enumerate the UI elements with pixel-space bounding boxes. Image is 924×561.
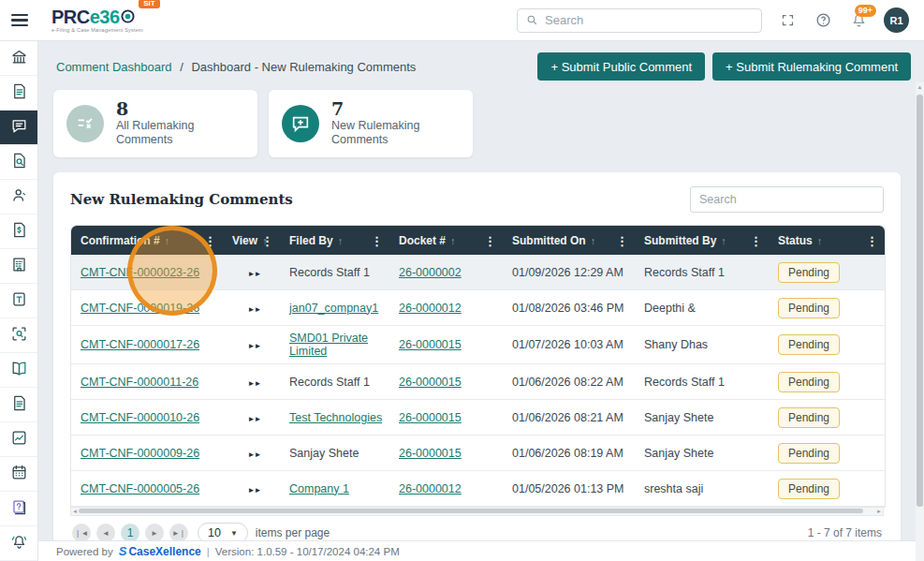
confirmation-link[interactable]: CMT-CNF-0000011-26 [81,376,198,389]
column-header-filed-by[interactable]: Filed By↑⋮ [280,226,389,255]
view-arrows-icon[interactable]: ►► [248,270,261,278]
sort-asc-icon[interactable]: ↑ [817,235,823,246]
column-menu-icon[interactable]: ⋮ [204,233,216,247]
docket-link[interactable]: 26-0000012 [399,482,462,495]
column-menu-icon[interactable]: ⋮ [750,233,762,247]
column-header-submitted-on[interactable]: Submitted On↑⋮ [503,226,635,255]
sort-asc-icon[interactable]: ↑ [591,235,596,246]
first-page-button[interactable]: ❘◄ [72,524,91,540]
sort-asc-icon[interactable]: ↑ [721,235,726,246]
sidebar-item-scan-search[interactable] [0,318,37,353]
sort-asc-icon[interactable]: ↑ [338,235,344,246]
sidebar-item-task-document[interactable] [0,284,37,318]
sidebar-item-help-book[interactable] [0,492,37,526]
global-search-input[interactable] [545,13,753,27]
status-badge: Pending [778,443,840,464]
confirmation-cell: CMT-CNF-0000019-26 [71,290,223,326]
view-arrows-icon[interactable]: ►► [248,450,261,459]
view-arrows-icon[interactable]: ►► [248,379,261,388]
sidebar-item-chart[interactable] [0,422,37,457]
submitted-by-cell: Sanjay Shete [635,400,769,436]
vertical-scroll-thumb[interactable] [917,95,923,507]
confirmation-link[interactable]: CMT-CNF-0000019-26 [81,302,199,315]
confirmation-link[interactable]: CMT-CNF-0000017-26 [81,338,199,351]
page-size-dropdown[interactable]: 10 ▼ [198,523,248,540]
hamburger-menu-icon[interactable] [0,14,38,27]
sidebar-item-bell[interactable] [0,526,37,561]
docket-link[interactable]: 26-0000015 [399,447,462,460]
column-menu-icon[interactable]: ⋮ [261,233,273,247]
column-header-confirmation[interactable]: Confirmation #↑⋮ [71,226,223,255]
notification-count-badge: 99+ [855,5,876,17]
filed-by-link[interactable]: Company 1 [289,482,349,495]
stat-card-all-rulemaking[interactable]: 8 All Rulemaking Comments [53,90,257,157]
status-badge: Pending [778,372,840,392]
sidebar-item-book[interactable] [0,353,37,388]
stat-card-new-rulemaking[interactable]: 7 New Rulemaking Comments [269,90,473,157]
column-header-status[interactable]: Status↑⋮ [769,226,885,255]
top-header: PRCe36 e-Filing & Case Management System… [0,0,924,41]
next-page-button[interactable]: ► [145,524,164,540]
view-arrows-icon[interactable]: ►► [248,305,261,314]
horizontal-scroll-thumb[interactable] [79,509,863,513]
view-arrows-icon[interactable]: ►► [248,342,261,350]
sort-asc-icon[interactable]: ↑ [165,235,170,246]
column-header-view[interactable]: View↑⋮ [223,226,280,255]
fullscreen-icon[interactable] [777,10,798,31]
casexellence-brand[interactable]: SCaseXellence [119,544,201,558]
horizontal-scrollbar[interactable]: ◄ ► [70,508,884,516]
page-1-button[interactable]: 1 [121,524,139,540]
submitted-on-cell: 01/07/2026 10:03 AM [503,326,635,364]
confirmation-link[interactable]: CMT-CNF-0000010-26 [81,411,199,424]
docket-cell: 26-0000015 [389,436,503,471]
sidebar-item-file[interactable] [0,388,37,422]
submit-public-comment-button[interactable]: + Submit Public Comment [537,52,705,81]
vertical-scrollbar[interactable]: ▲ [916,82,924,561]
confirmation-link[interactable]: CMT-CNF-0000005-26 [81,482,199,495]
column-menu-icon[interactable]: ⋮ [866,233,878,247]
view-arrows-icon[interactable]: ►► [248,415,261,423]
filed-by-link[interactable]: Test Technologies [289,411,382,424]
column-menu-icon[interactable]: ⋮ [484,233,496,247]
previous-page-button[interactable]: ◄ [96,524,115,540]
scroll-right-icon[interactable]: ► [876,508,882,515]
docket-link[interactable]: 26-0000002 [399,266,462,279]
scroll-left-icon[interactable]: ◄ [72,508,78,515]
sidebar-item-calendar[interactable] [0,457,37,492]
filed-by-link[interactable]: jan07_compnay1 [289,302,378,315]
table-search-input[interactable] [690,186,884,213]
docket-link[interactable]: 26-0000015 [399,338,462,351]
help-icon[interactable] [813,10,833,31]
panel-title: New Rulemaking Comments [70,191,293,208]
column-header-docket[interactable]: Docket #↑⋮ [389,226,503,255]
sidebar-item-users[interactable] [0,180,37,214]
docket-link[interactable]: 26-0000015 [399,411,462,424]
confirmation-link[interactable]: CMT-CNF-0000009-26 [81,447,199,460]
docket-link[interactable]: 26-0000015 [399,376,462,389]
column-header-submitted-by[interactable]: Submitted By↑⋮ [635,226,769,255]
sidebar-item-document[interactable] [0,76,37,111]
scroll-up-icon[interactable]: ▲ [916,84,924,90]
filed-by-link[interactable]: SMD01 Private Limited [289,332,368,358]
docket-link[interactable]: 26-0000012 [399,302,462,315]
sidebar-item-building[interactable] [0,249,37,284]
last-page-button[interactable]: ►❘ [169,524,188,540]
notifications-bell-icon[interactable]: 99+ [848,10,869,31]
breadcrumb-link-comment-dashboard[interactable]: Comment Dashboard [56,60,172,74]
pagination-range-label: 1 - 7 of 7 items [808,526,882,539]
user-avatar[interactable]: R1 [884,7,909,33]
column-menu-icon[interactable]: ⋮ [371,233,383,247]
table-row: CMT-CNF-0000011-26►►Records Staff 126-00… [71,364,885,400]
column-menu-icon[interactable]: ⋮ [616,233,628,247]
sidebar-item-invoice[interactable] [0,214,37,249]
sidebar-item-bank[interactable] [0,41,37,76]
sidebar-item-comments[interactable] [0,111,37,145]
view-arrows-icon[interactable]: ►► [248,486,261,495]
calendar-icon [10,464,28,485]
submit-rulemaking-comment-button[interactable]: + Submit Rulemaking Comment [712,52,911,81]
confirmation-link[interactable]: CMT-CNF-0000023-26 [81,266,199,279]
sidebar-item-file-search[interactable] [0,145,37,180]
page-size-label: items per page [256,526,330,539]
sort-asc-icon[interactable]: ↑ [450,235,456,246]
confirmation-cell: CMT-CNF-0000010-26 [71,400,223,436]
